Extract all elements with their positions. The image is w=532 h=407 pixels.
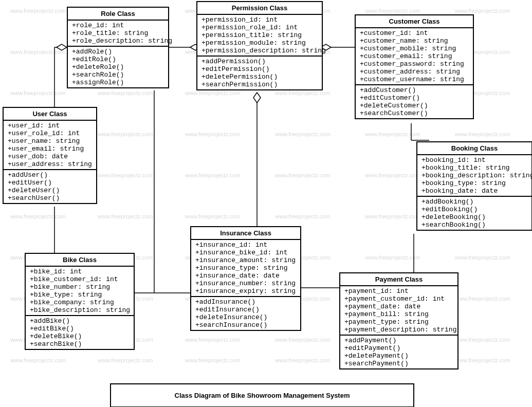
uml-line: +deleteUser() <box>8 187 92 194</box>
uml-line: +role_description: string <box>72 37 164 45</box>
uml-line: +deletePayment() <box>344 352 453 360</box>
uml-line: +booking_title: string <box>421 164 527 172</box>
watermark-text: www.freeprojectz.com <box>98 131 153 137</box>
uml-line: +addPermission() <box>201 58 318 65</box>
watermark-text: www.freeprojectz.com <box>98 357 153 363</box>
methods: +addRole()+editRole()+deleteRole()+searc… <box>68 46 168 87</box>
uml-line: +permission_role_id: int <box>201 24 318 31</box>
uml-line: +customer_id: int <box>360 29 469 37</box>
uml-line: +payment_id: int <box>344 287 453 295</box>
uml-line: +addBike() <box>30 317 130 325</box>
watermark-text: www.freeprojectz.com <box>185 357 241 363</box>
uml-line: +insurance_type: string <box>195 264 296 272</box>
uml-line: +permission_module: string <box>201 39 318 47</box>
watermark-text: www.freeprojectz.com <box>98 172 153 178</box>
uml-line: +user_id: int <box>8 122 92 130</box>
uml-line: +payment_date: date <box>344 303 453 310</box>
uml-line: +addUser() <box>8 171 92 179</box>
uml-line: +customer_address: string <box>360 68 469 76</box>
uml-line: +payment_customer_id: int <box>344 295 453 303</box>
uml-line: +searchBooking() <box>421 221 527 229</box>
class-insurance: Insurance Class +insurance_id: int+insur… <box>190 226 301 331</box>
uml-line: +editInsurance() <box>195 306 296 313</box>
attributes: +bike_id: int+bike_customer_id: int+bike… <box>26 267 134 315</box>
uml-line: +payment_bill: string <box>344 310 453 318</box>
watermark-text: www.freeprojectz.com <box>185 337 241 343</box>
attributes: +user_id: int+user_role_id: int+user_nam… <box>4 121 96 169</box>
uml-line: +editCustomer() <box>360 94 469 102</box>
methods: +addCustomer()+editCustomer()+deleteCust… <box>356 84 473 118</box>
uml-line: +payment_description: string <box>344 326 453 334</box>
watermark-text: www.freeprojectz.com <box>185 213 241 219</box>
uml-line: +customer_username: string <box>360 76 469 83</box>
uml-line: +editUser() <box>8 179 92 187</box>
uml-line: +searchInsurance() <box>195 321 296 329</box>
uml-line: +deleteBike() <box>30 332 130 340</box>
class-role: Role Class +role_id: int+role_title: str… <box>67 7 169 88</box>
uml-line: +insurance_date: date <box>195 272 296 280</box>
uml-line: +user_name: string <box>8 137 92 145</box>
methods: +addBike()+editBike()+deleteBike()+searc… <box>26 315 134 349</box>
methods: +addPermission()+editPermission()+delete… <box>197 55 322 89</box>
uml-line: +searchCustomer() <box>360 109 469 117</box>
uml-line: +payment_type: string <box>344 318 453 326</box>
uml-line: +role_id: int <box>72 22 164 29</box>
uml-line: +searchUser() <box>8 194 92 202</box>
uml-line: +permission_id: int <box>201 16 318 24</box>
svg-marker-7 <box>253 92 261 103</box>
uml-line: +insurance_bike_id: int <box>195 249 296 256</box>
uml-line: +insurance_number: string <box>195 280 296 287</box>
uml-line: +customer_password: string <box>360 60 469 68</box>
class-title: Customer Class <box>356 15 473 28</box>
watermark-text: www.freeprojectz.com <box>455 295 510 302</box>
class-title: User Class <box>4 108 96 121</box>
uml-line: +addBooking() <box>421 198 527 206</box>
uml-line: +insurance_amount: string <box>195 256 296 264</box>
watermark-text: www.freeprojectz.com <box>10 357 66 363</box>
uml-line: +bike_company: string <box>30 299 130 306</box>
uml-line: +searchBike() <box>30 340 130 348</box>
class-booking: Booking Class +booking_id: int+booking_t… <box>416 141 532 231</box>
uml-line: +booking_id: int <box>421 156 527 164</box>
watermark-text: www.freeprojectz.com <box>455 337 510 343</box>
uml-line: +bike_id: int <box>30 268 130 275</box>
watermark-text: www.freeprojectz.com <box>185 172 241 178</box>
uml-line: +booking_description: string <box>421 172 527 179</box>
watermark-text: www.freeprojectz.com <box>10 213 66 219</box>
watermark-text: www.freeprojectz.com <box>185 131 241 137</box>
watermark-text: www.freeprojectz.com <box>365 8 420 14</box>
uml-line: +role_title: string <box>72 29 164 37</box>
uml-line: +deleteRole() <box>72 63 164 71</box>
uml-line: +deleteCustomer() <box>360 102 469 109</box>
uml-line: +bike_type: string <box>30 291 130 299</box>
uml-line: +booking_date: date <box>421 187 527 195</box>
class-title: Permission Class <box>197 2 322 15</box>
uml-line: +user_role_id: int <box>8 130 92 137</box>
uml-line: +deleteBooking() <box>421 213 527 221</box>
methods: +addInsurance()+editInsurance()+deleteIn… <box>191 296 300 330</box>
methods: +addPayment()+editPayment()+deletePaymen… <box>340 335 457 368</box>
uml-line: +deletePermission() <box>201 73 318 81</box>
watermark-text: www.freeprojectz.com <box>275 357 331 363</box>
uml-line: +searchPermission() <box>201 81 318 88</box>
uml-line: +bike_customer_id: int <box>30 275 130 283</box>
class-title: Payment Class <box>340 273 457 286</box>
class-title: Booking Class <box>417 142 531 155</box>
uml-line: +user_dob: date <box>8 153 92 160</box>
attributes: +payment_id: int+payment_customer_id: in… <box>340 286 457 335</box>
uml-line: +searchRole() <box>72 71 164 79</box>
uml-line: +customer_mobile: string <box>360 45 469 52</box>
uml-line: +addRole() <box>72 48 164 55</box>
class-customer: Customer Class +customer_id: int+custome… <box>355 14 474 119</box>
class-user: User Class +user_id: int+user_role_id: i… <box>3 107 97 204</box>
uml-line: +insurance_id: int <box>195 241 296 249</box>
watermark-text: www.freeprojectz.com <box>275 90 331 96</box>
diagram-title-text: Class Diagram of Bike Showroom Managemen… <box>175 392 350 399</box>
watermark-text: www.freeprojectz.com <box>275 172 331 178</box>
watermark-text: www.freeprojectz.com <box>365 213 420 219</box>
watermark-text: www.freeprojectz.com <box>185 90 241 96</box>
uml-line: +user_email: string <box>8 145 92 153</box>
uml-line: +addCustomer() <box>360 86 469 94</box>
watermark-text: www.freeprojectz.com <box>10 49 66 55</box>
class-title: Role Class <box>68 8 168 21</box>
